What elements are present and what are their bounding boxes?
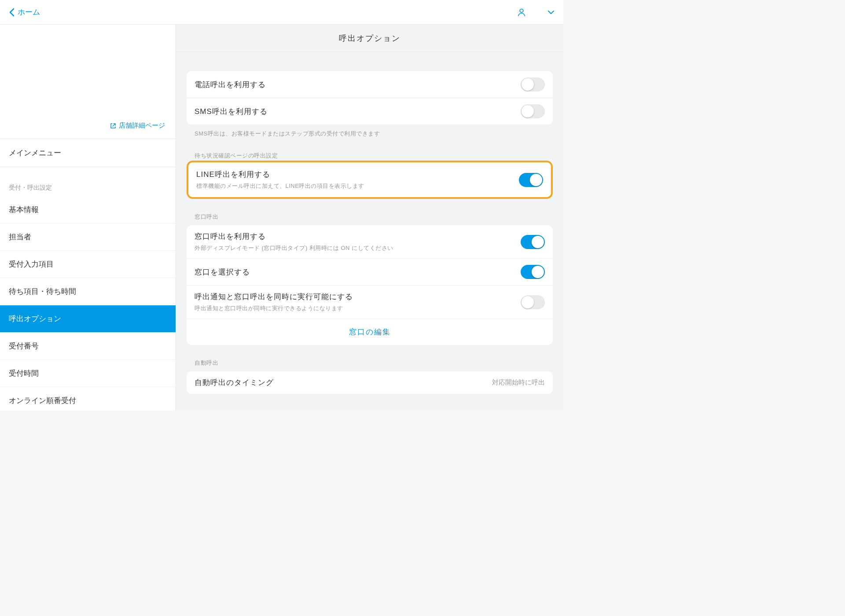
user-icon[interactable] bbox=[517, 7, 526, 17]
row-title: 窓口を選択する bbox=[195, 267, 521, 277]
back-button[interactable]: ホーム bbox=[9, 7, 40, 17]
chevron-down-icon[interactable] bbox=[547, 10, 555, 15]
store-link-area: 店舗詳細ページ bbox=[0, 25, 176, 139]
row-title: 呼出通知と窓口呼出を同時に実行可能にする bbox=[195, 292, 521, 302]
svg-point-0 bbox=[520, 9, 523, 12]
highlighted-line-setting: LINE呼出を利用する 標準機能のメール呼出に加えて、LINE呼出の項目を表示し… bbox=[187, 161, 553, 199]
auto-timing-value: 対応開始時に呼出 bbox=[492, 378, 545, 387]
row-title: 窓口呼出を利用する bbox=[195, 231, 521, 242]
sidebar-item-0[interactable]: 基本情報 bbox=[0, 196, 176, 224]
wait-section-label: 待ち状況確認ページの呼出設定 bbox=[187, 138, 553, 161]
sidebar-section-label: 受付・呼出設定 bbox=[0, 167, 176, 196]
auto-section-label: 自動呼出 bbox=[187, 345, 553, 371]
external-link-icon bbox=[110, 123, 116, 129]
row-title: LINE呼出を利用する bbox=[196, 169, 519, 180]
toggle-window-use[interactable] bbox=[521, 235, 545, 249]
auto-timing-row[interactable]: 自動呼出のタイミング 対応開始時に呼出 bbox=[187, 371, 553, 394]
row-title: 電話呼出を利用する bbox=[195, 80, 521, 90]
header-right bbox=[517, 7, 555, 17]
page-title: 呼出オプション bbox=[176, 25, 563, 52]
toggle-phone[interactable] bbox=[521, 77, 545, 92]
sidebar-item-5[interactable]: 受付番号 bbox=[0, 333, 176, 360]
auto-call-card: 自動呼出のタイミング 対応開始時に呼出 bbox=[187, 371, 553, 394]
call-methods-card: 電話呼出を利用する SMS呼出を利用する bbox=[187, 71, 553, 125]
sidebar-item-3[interactable]: 待ち項目・待ち時間 bbox=[0, 278, 176, 305]
sidebar-item-7[interactable]: オンライン順番受付 bbox=[0, 387, 176, 411]
sidebar: 店舗詳細ページ メインメニュー 受付・呼出設定 基本情報担当者受付入力項目待ち項… bbox=[0, 25, 176, 411]
sms-note: SMS呼出は、お客様モードまたはステップ形式の受付で利用できます bbox=[187, 125, 553, 138]
row-title: SMS呼出を利用する bbox=[195, 106, 521, 117]
row-sub: 外部ディスプレイモード (窓口呼出タイプ) 利用時には ON にしてください bbox=[195, 244, 521, 252]
toggle-sms[interactable] bbox=[521, 104, 545, 118]
toggle-row-simultaneous: 呼出通知と窓口呼出を同時に実行可能にする 呼出通知と窓口呼出が同時に実行できるよ… bbox=[187, 285, 553, 319]
toggle-row-sms: SMS呼出を利用する bbox=[187, 98, 553, 125]
toggle-row-line: LINE呼出を利用する 標準機能のメール呼出に加えて、LINE呼出の項目を表示し… bbox=[188, 162, 551, 197]
store-link-label: 店舗詳細ページ bbox=[119, 121, 165, 130]
toggle-window-select[interactable] bbox=[521, 265, 545, 279]
back-label: ホーム bbox=[18, 7, 40, 17]
edit-windows-link[interactable]: 窓口の編集 bbox=[187, 319, 553, 345]
store-detail-link[interactable]: 店舗詳細ページ bbox=[110, 121, 165, 130]
window-call-card: 窓口呼出を利用する 外部ディスプレイモード (窓口呼出タイプ) 利用時には ON… bbox=[187, 225, 553, 345]
main: 呼出オプション 電話呼出を利用する SMS呼出を利用する SMS呼出は、お客様モ… bbox=[176, 25, 563, 411]
sidebar-item-4[interactable]: 呼出オプション bbox=[0, 305, 176, 333]
sidebar-item-1[interactable]: 担当者 bbox=[0, 224, 176, 251]
toggle-line[interactable] bbox=[519, 173, 543, 187]
row-sub: 呼出通知と窓口呼出が同時に実行できるようになります bbox=[195, 304, 521, 312]
toggle-simultaneous[interactable] bbox=[521, 295, 545, 309]
toggle-row-window-select: 窓口を選択する bbox=[187, 258, 553, 285]
window-section-label: 窓口呼出 bbox=[187, 199, 553, 225]
sidebar-item-2[interactable]: 受付入力項目 bbox=[0, 251, 176, 278]
toggle-row-window-use: 窓口呼出を利用する 外部ディスプレイモード (窓口呼出タイプ) 利用時には ON… bbox=[187, 225, 553, 258]
toggle-row-phone: 電話呼出を利用する bbox=[187, 71, 553, 98]
sidebar-item-6[interactable]: 受付時間 bbox=[0, 360, 176, 387]
chevron-left-icon bbox=[9, 8, 15, 17]
main-menu-item[interactable]: メインメニュー bbox=[0, 139, 176, 167]
header: ホーム bbox=[0, 0, 563, 25]
row-title: 自動呼出のタイミング bbox=[195, 378, 492, 388]
row-sub: 標準機能のメール呼出に加えて、LINE呼出の項目を表示します bbox=[196, 182, 519, 190]
